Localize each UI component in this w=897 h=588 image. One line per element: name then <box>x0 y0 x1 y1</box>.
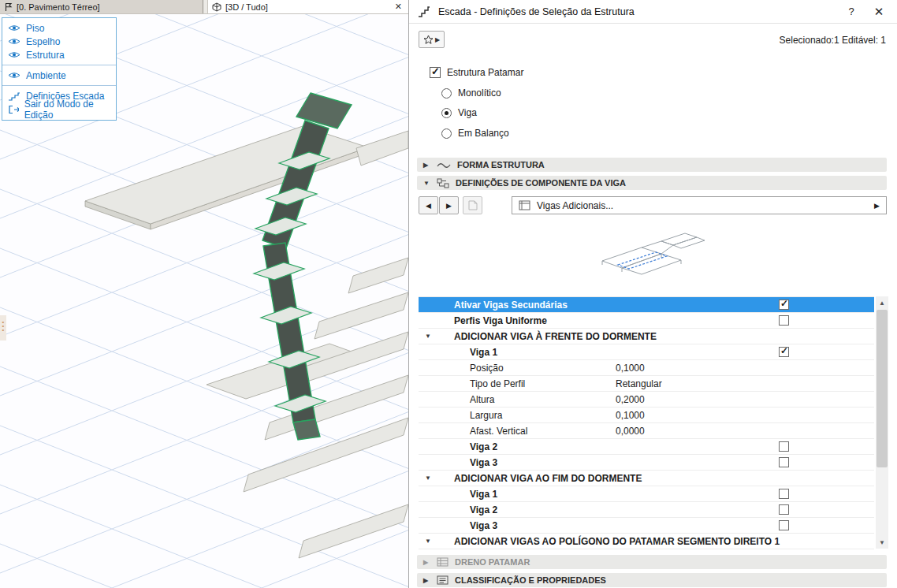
table-row[interactable]: Altura0,2000 <box>419 392 874 408</box>
row-label: Perfis Viga Uniforme <box>454 315 547 326</box>
radio-em-balanco-row[interactable]: Em Balanço <box>441 128 509 139</box>
beam-preview-sketch <box>586 225 720 288</box>
table-row[interactable]: Posição0,1000 <box>419 360 874 376</box>
radio-monolitico-row[interactable]: Monolítico <box>441 87 501 99</box>
table-row[interactable]: Perfis Viga Uniforme <box>419 313 874 329</box>
row-value[interactable]: 0,1000 <box>616 363 645 374</box>
row-value[interactable]: 0,2000 <box>616 394 645 405</box>
section-label: FORMA ESTRUTURA <box>457 160 545 169</box>
stair-dialog-icon <box>417 6 431 18</box>
new-page-icon <box>468 200 478 210</box>
tab-3d-all[interactable]: [3D / Tudo] ✕ <box>207 0 408 13</box>
profile-page-icon <box>519 200 530 210</box>
table-row[interactable]: Viga 3 <box>419 455 874 471</box>
radio-viga[interactable] <box>441 108 452 118</box>
collapse-arrow-icon[interactable]: ▼ <box>425 333 431 340</box>
table-group-row[interactable]: ▼ADICIONAR VIGAS AO POLÍGONO DO PATAMAR … <box>419 534 874 549</box>
row-checkbox[interactable] <box>779 520 789 530</box>
section-componentes-viga[interactable]: ▼ DEFINIÇÕES DE COMPONENTE DA VIGA <box>417 176 887 190</box>
estrutura-patamar-checkbox[interactable] <box>430 67 441 78</box>
section-dreno-patamar[interactable]: ▶ DRENO PATAMAR <box>417 555 887 569</box>
tab-close-icon[interactable]: ✕ <box>393 2 404 12</box>
table-row[interactable]: Largura0,1000 <box>419 408 874 423</box>
edit-panel-item-sair-edicao[interactable]: Sair do Modo de Edição <box>2 102 116 116</box>
eye-icon <box>8 24 20 32</box>
row-label: Afast. Vertical <box>470 426 527 437</box>
edit-panel-label: Piso <box>26 23 44 34</box>
radio-viga-row[interactable]: Viga <box>441 107 477 118</box>
section-classificacao[interactable]: ▶ CLASSIFICAÇÃO E PROPRIEDADES <box>417 573 887 587</box>
edit-panel-item-piso[interactable]: Piso <box>2 21 116 35</box>
beam-component-icon <box>437 178 449 188</box>
collapse-arrow-icon[interactable]: ▼ <box>425 474 431 482</box>
table-row[interactable]: Viga 3 <box>419 518 874 534</box>
structure-shape-icon <box>437 161 451 169</box>
table-row[interactable]: Viga 2 <box>419 502 874 518</box>
collapse-arrow-icon[interactable]: ▶ <box>423 559 430 566</box>
viewport-3d: [0. Pavimento Térreo] [3D / Tudo] ✕ <box>0 0 408 588</box>
tab-floor-plan[interactable]: [0. Pavimento Térreo] <box>0 0 203 13</box>
scroll-thumb[interactable] <box>877 310 888 467</box>
row-checkbox[interactable] <box>779 347 789 357</box>
row-value[interactable]: Retangular <box>616 378 662 389</box>
edit-panel-label: Estrutura <box>26 50 65 61</box>
radio-monolitico[interactable] <box>441 88 452 99</box>
component-page-navigator: ◀ ▶ Vigas Adicionais... ▶ <box>419 196 887 214</box>
table-row[interactable]: Ativar Vigas Secundárias <box>419 297 874 313</box>
stair-bottom-beam[interactable] <box>293 419 320 440</box>
section-label: CLASSIFICAÇÃO E PROPRIEDADES <box>455 575 606 585</box>
component-page-value: Vigas Adicionais... <box>537 200 613 211</box>
dialog-close-button[interactable]: ✕ <box>869 2 889 21</box>
row-checkbox[interactable] <box>779 489 789 499</box>
scroll-down-icon[interactable]: ▼ <box>876 536 888 549</box>
table-group-row[interactable]: ▼ADICIONAR VIGA À FRENTE DO DORMENTE <box>419 329 874 344</box>
prev-page-button[interactable]: ◀ <box>419 196 438 214</box>
favorites-button[interactable]: ▶ <box>419 31 445 48</box>
next-page-button[interactable]: ▶ <box>439 196 459 214</box>
edit-panel-item-espelho[interactable]: Espelho <box>2 35 116 48</box>
table-row[interactable]: Afast. Vertical0,0000 <box>419 423 874 439</box>
collapse-arrow-icon[interactable]: ▶ <box>423 162 430 169</box>
collapse-arrow-icon[interactable]: ▼ <box>425 538 431 545</box>
row-label: Viga 3 <box>470 520 497 531</box>
row-checkbox[interactable] <box>779 441 789 452</box>
row-checkbox[interactable] <box>779 504 789 515</box>
table-row[interactable]: Tipo de PerfilRetangular <box>419 376 874 392</box>
table-row[interactable]: Viga 1 <box>419 486 874 502</box>
row-checkbox[interactable] <box>779 315 789 326</box>
eye-icon <box>8 37 20 46</box>
component-page-selector[interactable]: Vigas Adicionais... ▶ <box>512 196 887 214</box>
row-value[interactable]: 0,1000 <box>616 410 645 421</box>
dialog-titlebar: Escada - Definições de Seleção da Estrut… <box>409 0 897 24</box>
scroll-up-icon[interactable]: ▲ <box>876 296 888 309</box>
collapse-arrow-icon[interactable]: ▶ <box>423 577 430 584</box>
edit-panel-item-ambiente[interactable]: Ambiente <box>2 69 116 82</box>
next-page-arrow-icon[interactable]: ▶ <box>874 202 880 210</box>
new-component-button[interactable] <box>463 196 482 214</box>
row-label: ADICIONAR VIGA À FRENTE DO DORMENTE <box>454 331 657 342</box>
radio-monolitico-label: Monolítico <box>458 87 501 99</box>
collapse-arrow-icon[interactable]: ▼ <box>423 180 430 187</box>
table-row[interactable]: Viga 2 <box>419 439 874 455</box>
stair-settings-icon <box>8 91 20 101</box>
table-row[interactable]: Viga 1 <box>419 344 874 360</box>
section-forma-estrutura[interactable]: ▶ FORMA ESTRUTURA <box>417 158 887 172</box>
row-checkbox[interactable] <box>779 457 789 467</box>
3d-cube-icon <box>212 2 221 12</box>
row-checkbox[interactable] <box>779 300 789 310</box>
archicad-window: [0. Pavimento Térreo] [3D / Tudo] ✕ <box>0 0 897 588</box>
estrutura-patamar-checkbox-row[interactable]: Estrutura Patamar <box>430 67 523 78</box>
edit-panel-item-estrutura[interactable]: Estrutura <box>2 48 116 61</box>
panel-divider <box>2 65 116 65</box>
edit-panel-label: Ambiente <box>26 70 66 81</box>
tab-floor-plan-label: [0. Pavimento Térreo] <box>17 2 100 12</box>
radio-em-balanco[interactable] <box>441 128 452 139</box>
beam-table: Ativar Vigas SecundáriasPerfis Viga Unif… <box>419 296 874 549</box>
section-label: DEFINIÇÕES DE COMPONENTE DA VIGA <box>456 178 626 188</box>
row-label: Tipo de Perfil <box>470 378 525 389</box>
help-button[interactable]: ? <box>841 2 862 21</box>
palette-grip[interactable]: ••• <box>0 315 6 341</box>
table-group-row[interactable]: ▼ADICIONAR VIGA AO FIM DO DORMENTE <box>419 471 874 486</box>
table-scrollbar[interactable]: ▲ ▼ <box>876 296 888 549</box>
row-value[interactable]: 0,0000 <box>616 426 645 437</box>
